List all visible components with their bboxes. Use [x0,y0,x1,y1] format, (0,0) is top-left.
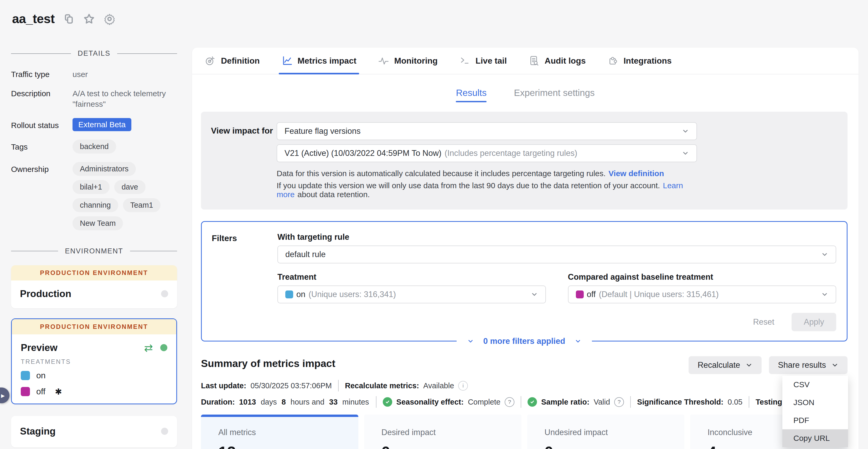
owner-pill: dave [114,180,146,194]
production-environment-banner: PRODUCTION ENVIRONMENT [12,319,176,334]
star-icon[interactable] [83,13,95,25]
details-section: Traffic type user Description A/A test t… [11,69,177,230]
subtab-experiment-settings[interactable]: Experiment settings [514,88,594,102]
details-divider: DETAILS [11,50,177,58]
pulse-icon [378,55,389,66]
tab-definition[interactable]: Definition [205,48,260,74]
duration-value: days [260,398,277,407]
sample-ratio-value: Valid [594,398,610,407]
recalculate-button-label: Recalculate [698,360,740,370]
recalculate-button[interactable]: Recalculate [688,356,762,374]
ownership-row: Ownership Administrators bilal+1 dave ch… [11,162,177,230]
owner-pill: Administrators [72,162,136,176]
environment-card-staging[interactable]: Staging [11,416,177,447]
traffic-type-value: user [72,69,88,80]
view-impact-panel: View impact for Feature flag versions V2… [201,112,847,210]
view-definition-link[interactable]: View definition [609,169,664,178]
subtab-results[interactable]: Results [456,88,487,102]
divider [376,396,376,408]
significance-value: 0.05 [728,398,742,407]
environment-name-production: Production [20,289,71,299]
menu-item-pdf[interactable]: PDF [782,411,848,429]
chevron-right-icon: ▸ [1,391,5,400]
metric-card-undesired-impact[interactable]: Undesired impact 0 [527,415,685,449]
help-icon[interactable]: ? [614,397,624,407]
status-line-2: Duration: 1013 days 8 hours and 33 minut… [201,396,847,408]
puzzle-icon [607,55,618,66]
ownership-label: Ownership [11,162,72,230]
sidebar-collapse-handle[interactable]: ▸ [0,388,9,403]
traffic-type-row: Traffic type user [11,69,177,80]
environment-divider: ENVIRONMENT [11,247,177,255]
tab-metrics-impact-label: Metrics impact [298,56,356,66]
metric-card-all-metrics[interactable]: All metrics 12 [201,415,358,449]
metric-card-value: 0 [545,443,685,449]
treatment-select[interactable]: on (Unique users: 316,341) [277,286,546,303]
tab-live-tail[interactable]: Live tail [459,48,507,74]
check-circle-icon [383,397,392,407]
sync-arrows-icon: ⇄ [144,342,153,353]
more-filters-toggle[interactable]: 0 more filters applied [457,334,592,348]
metric-summary-cards: All metrics 12 Desired impact 0 Undesire… [201,415,847,449]
sample-ratio-label: Sample ratio: [541,398,590,407]
environment-name-preview: Preview [21,342,58,353]
metric-card-value: 12 [218,443,358,449]
tab-bar: Definition Metrics impact Monitoring Liv… [192,48,859,74]
treatment-color-on [21,371,30,380]
owner-pill: channing [72,198,118,212]
metric-card-value: 0 [381,443,522,449]
info-icon[interactable]: i [458,381,468,391]
duration-value: hours and [290,398,324,407]
sidebar: DETAILS Traffic type user Description A/… [11,50,177,447]
audit-log-icon [528,55,539,66]
copy-icon[interactable] [63,13,74,25]
menu-item-csv[interactable]: CSV [782,376,848,393]
version-select[interactable]: V21 (Active) (10/03/2022 04:59PM To Now)… [277,144,697,162]
tag-pill: backend [72,140,116,153]
environment-card-production[interactable]: PRODUCTION ENVIRONMENT Production [11,265,177,308]
tab-monitoring[interactable]: Monitoring [378,48,438,74]
apply-button[interactable]: Apply [792,313,836,331]
tab-definition-label: Definition [221,56,260,66]
helper-text: Data for this version is automatically c… [277,169,606,178]
chevron-down-icon [682,150,689,157]
main-panel: Definition Metrics impact Monitoring Liv… [192,48,859,449]
chevron-down-icon [682,127,689,135]
status-dot-green [160,344,167,351]
target-icon [205,55,216,66]
summary-title: Summary of metrics impact [201,356,336,369]
share-results-menu: CSV JSON PDF Copy URL [782,376,848,447]
tab-audit-logs-label: Audit logs [545,56,586,66]
chevron-down-icon [745,361,753,369]
targeting-rule-label: With targeting rule [277,232,836,242]
version-value: V21 (Active) (10/03/2022 04:59PM To Now) [284,149,441,158]
last-update-value: 05/30/2025 03:57:06PM [250,382,332,390]
status-line-1: Last update: 05/30/2025 03:57:06PM Recal… [201,380,847,391]
owner-pill: bilal+1 [72,180,110,194]
tab-audit-logs[interactable]: Audit logs [528,48,586,74]
tags-label: Tags [11,140,72,153]
baseline-treatment-select[interactable]: off (Default | Unique users: 315,461) [568,286,836,303]
environment-card-preview[interactable]: PRODUCTION ENVIRONMENT Preview ⇄ TREATME… [11,318,177,404]
gear-icon[interactable] [103,13,116,25]
check-circle-icon [528,397,537,407]
chevron-down-icon [821,291,828,298]
treatment-row-on: on [12,371,176,380]
description-row: Description A/A test to check telemetry … [11,88,177,110]
tab-integrations[interactable]: Integrations [607,48,672,74]
reset-button[interactable]: Reset [753,317,774,327]
menu-item-copy-url[interactable]: Copy URL [782,429,848,447]
helper-text: If you update this version we will only … [277,181,660,190]
treatment-name-off: off [36,387,45,396]
summary-section: Summary of metrics impact Recalculate Sh… [201,356,847,408]
production-environment-banner: PRODUCTION ENVIRONMENT [11,265,177,280]
metric-card-desired-impact[interactable]: Desired impact 0 [364,415,522,449]
duration-value: 1013 [239,398,256,407]
tab-metrics-impact[interactable]: Metrics impact [281,48,356,74]
targeting-rule-select[interactable]: default rule [277,245,836,263]
impact-source-select[interactable]: Feature flag versions [277,122,697,140]
help-icon[interactable]: ? [505,397,515,407]
share-results-button[interactable]: Share results [769,356,847,374]
treatment-color-on [285,291,293,298]
menu-item-json[interactable]: JSON [782,393,848,411]
